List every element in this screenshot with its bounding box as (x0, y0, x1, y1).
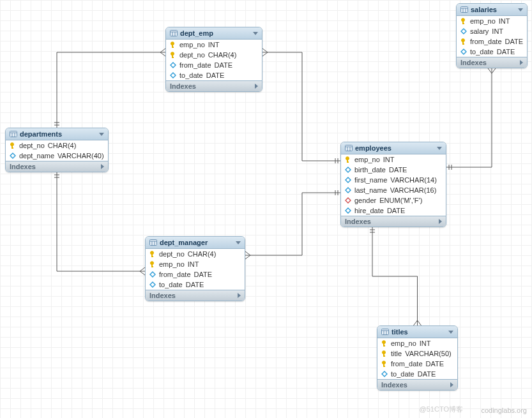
column-type: DATE (426, 360, 445, 368)
diamond-icon (460, 49, 467, 55)
column-name: emp_no (470, 17, 496, 25)
column-name: dept_no (19, 142, 45, 149)
table-icon (10, 131, 17, 137)
indexes-row[interactable]: Indexes (341, 216, 446, 227)
indexes-row[interactable]: Indexes (377, 379, 457, 390)
svg-rect-40 (461, 7, 468, 13)
column-type: VARCHAR(50) (405, 350, 452, 357)
svg-line-14 (245, 251, 250, 255)
column-row: title VARCHAR(50) (377, 348, 457, 359)
column-row: emp_no INT (146, 259, 245, 269)
indexes-label: Indexes (149, 292, 176, 299)
column-row: emp_no INT (166, 40, 262, 50)
column-type: VARCHAR(40) (57, 152, 104, 160)
column-name: to_date (179, 71, 203, 79)
arrow-down-icon (99, 133, 104, 136)
table-dept_manager[interactable]: dept_managerdept_no CHAR(4)emp_no INTfro… (145, 236, 245, 301)
arrow-right-icon (450, 382, 453, 387)
column-row: last_name VARCHAR(16) (341, 185, 446, 195)
table-titles[interactable]: titlesemp_no INTtitle VARCHAR(50)from_da… (377, 325, 458, 391)
key-icon (170, 52, 176, 58)
arrow-down-icon (236, 241, 241, 244)
column-type: DATE (387, 207, 406, 214)
table-departments[interactable]: departmentsdept_no CHAR(4)dept_name VARC… (5, 128, 109, 172)
column-row: to_date DATE (146, 280, 245, 290)
column-row: salary INT (457, 26, 527, 36)
arrow-down-icon (437, 147, 442, 150)
column-type: CHAR(4) (208, 51, 237, 59)
column-row: hire_date DATE (341, 205, 446, 216)
svg-rect-32 (150, 240, 157, 246)
indexes-row[interactable]: Indexes (166, 80, 262, 91)
table-icon (381, 329, 389, 335)
column-name: salary (470, 27, 489, 35)
key-icon (460, 38, 467, 45)
svg-line-6 (140, 267, 145, 271)
diamond-icon (460, 28, 467, 34)
column-type: INT (420, 340, 431, 347)
table-header[interactable]: salaries (457, 4, 527, 16)
key-icon (149, 261, 156, 267)
table-header[interactable]: titles (377, 326, 457, 338)
table-employees[interactable]: employeesemp_no INTbirth_date DATEfirst_… (340, 142, 446, 227)
table-title: dept_emp (180, 29, 250, 37)
table-salaries[interactable]: salariesemp_no INTsalary INTfrom_date DA… (456, 3, 528, 68)
diamond-icon (149, 281, 156, 288)
key-icon (149, 251, 156, 257)
key-icon (345, 156, 351, 163)
column-name: dept_name (19, 152, 54, 160)
column-type: INT (208, 41, 220, 49)
column-name: gender (354, 197, 376, 204)
column-type: VARCHAR(16) (390, 186, 437, 194)
svg-line-10 (262, 49, 268, 52)
svg-line-3 (160, 52, 165, 56)
column-row: to_date DATE (457, 47, 527, 57)
column-row: from_date DATE (166, 60, 262, 70)
table-header[interactable]: departments (6, 128, 108, 140)
column-name: emp_no (159, 260, 185, 268)
svg-rect-36 (346, 146, 353, 151)
column-type: CHAR(4) (48, 142, 77, 149)
column-name: hire_date (354, 207, 384, 214)
table-header[interactable]: dept_emp (166, 27, 262, 40)
svg-line-7 (140, 271, 145, 275)
column-row: from_date DATE (457, 36, 527, 47)
column-row: emp_no INT (341, 154, 446, 165)
column-type: DATE (418, 370, 436, 378)
diamond-red-icon (345, 197, 351, 204)
column-type: DATE (505, 38, 524, 45)
column-type: INT (383, 156, 395, 163)
column-type: ENUM('M','F') (379, 197, 422, 204)
column-name: emp_no (179, 41, 205, 49)
table-icon (170, 30, 178, 36)
table-header[interactable]: employees (341, 142, 446, 154)
column-type: INT (188, 260, 199, 268)
column-name: dept_no (159, 250, 185, 258)
column-type: DATE (389, 166, 407, 174)
diamond-icon (10, 153, 16, 159)
column-row: dept_no CHAR(4) (6, 140, 108, 151)
column-type: DATE (206, 71, 225, 79)
diamond-icon (345, 187, 351, 193)
column-row: first_name VARCHAR(14) (341, 175, 446, 185)
arrow-right-icon (101, 164, 104, 169)
svg-rect-44 (382, 329, 389, 335)
column-row: to_date DATE (166, 70, 262, 80)
table-title: employees (355, 144, 434, 152)
arrow-right-icon (238, 293, 241, 298)
arrow-right-icon (439, 219, 442, 224)
indexes-label: Indexes (170, 82, 196, 90)
column-row: dept_no CHAR(4) (166, 50, 262, 60)
indexes-label: Indexes (345, 218, 371, 225)
indexes-row[interactable]: Indexes (146, 290, 245, 301)
table-dept_emp[interactable]: dept_empemp_no INTdept_no CHAR(4)from_da… (165, 27, 262, 92)
indexes-row[interactable]: Indexes (6, 161, 108, 172)
table-title: titles (391, 328, 446, 336)
svg-rect-28 (171, 31, 178, 36)
svg-line-18 (488, 68, 492, 73)
indexes-row[interactable]: Indexes (457, 57, 527, 68)
column-row: emp_no INT (457, 16, 527, 26)
watermark-secondary: @51CTO博客 (420, 405, 463, 414)
arrow-down-icon (253, 32, 258, 35)
table-header[interactable]: dept_manager (146, 237, 245, 249)
